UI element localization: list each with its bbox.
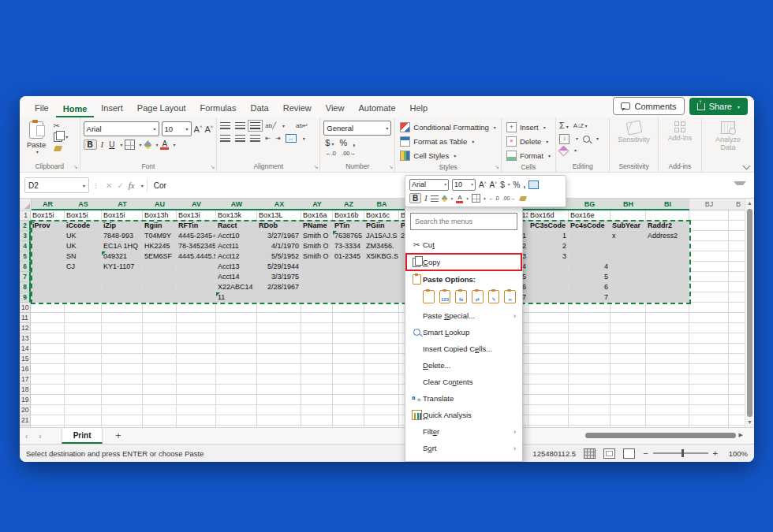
cell-BG5[interactable] xyxy=(569,251,611,262)
cell-BJ5[interactable] xyxy=(689,251,729,262)
cut-button[interactable] xyxy=(53,121,68,130)
cell-BH16[interactable] xyxy=(611,364,646,374)
cell-AU12[interactable] xyxy=(143,323,177,333)
menu-search-box[interactable] xyxy=(410,213,517,230)
clipboard-dialog-launcher[interactable]: ↘ xyxy=(73,164,78,170)
cell-AS18[interactable] xyxy=(65,385,102,395)
zoom-slider[interactable] xyxy=(653,452,708,454)
cell-AR4[interactable] xyxy=(31,241,65,251)
cell-AU7[interactable] xyxy=(143,272,177,282)
vertical-scrollbar[interactable]: ▲ ▼ xyxy=(745,199,754,427)
cell-BI16[interactable] xyxy=(646,364,689,374)
cell-AU20[interactable] xyxy=(143,405,177,415)
cell-BI15[interactable] xyxy=(646,354,689,364)
cell-BI8[interactable] xyxy=(646,282,689,292)
cell-AX4[interactable]: 4/1/1970 xyxy=(257,241,301,251)
cell-BA9[interactable] xyxy=(364,292,399,303)
cell-BH6[interactable] xyxy=(611,262,646,272)
cell-AR20[interactable] xyxy=(31,405,65,415)
row-header-5[interactable]: 5 xyxy=(20,251,31,262)
cell-AT13[interactable] xyxy=(102,333,143,344)
cell-BH3[interactable]: x xyxy=(611,231,646,241)
cell-BI14[interactable] xyxy=(646,344,689,354)
mini-accounting-button[interactable]: $ xyxy=(500,180,505,189)
row-header-16[interactable]: 16 xyxy=(20,364,31,374)
cell-BJ14[interactable] xyxy=(689,344,729,354)
cell-AT20[interactable] xyxy=(102,405,143,415)
cell-AT14[interactable] xyxy=(102,344,143,354)
cell-AS10[interactable] xyxy=(65,303,102,313)
cell-BI2[interactable]: Raddr2 xyxy=(646,221,689,231)
row-header-1[interactable]: 1 xyxy=(20,210,31,221)
new-sheet-button[interactable]: + xyxy=(103,430,133,441)
cell-BH14[interactable] xyxy=(611,344,646,354)
cell-AW2[interactable]: Racct xyxy=(216,221,257,231)
cell-AX6[interactable]: 5/29/1944 xyxy=(257,262,301,272)
cell-BF8[interactable] xyxy=(528,282,569,292)
cell-BJ4[interactable] xyxy=(689,241,729,251)
column-header-AU[interactable]: AU xyxy=(143,199,177,210)
scroll-right-icon[interactable]: ▶ xyxy=(739,432,743,438)
mini-bold-button[interactable]: B xyxy=(409,193,421,203)
cell-AR10[interactable] xyxy=(31,303,65,313)
cell-BF20[interactable] xyxy=(528,405,569,415)
menu-search-input[interactable] xyxy=(411,218,517,225)
cell-AU8[interactable] xyxy=(143,282,177,292)
cell-AU2[interactable]: Rgiin xyxy=(143,221,177,231)
menu-item-delete[interactable]: Delete... xyxy=(405,357,522,374)
cell-BJ15[interactable] xyxy=(689,354,729,364)
ribbon-tab-view[interactable]: View xyxy=(319,99,352,117)
cell-BA2[interactable]: PGiin xyxy=(364,221,399,231)
cell-BA20[interactable] xyxy=(364,405,399,415)
cell-BG12[interactable] xyxy=(569,323,611,333)
zoom-slider-thumb[interactable] xyxy=(682,449,685,457)
cell-AU14[interactable] xyxy=(143,344,177,354)
underline-button[interactable]: U xyxy=(107,140,116,149)
mini-font-size-select[interactable]: 10▾ xyxy=(452,179,476,191)
cell-AU16[interactable] xyxy=(143,364,177,374)
cell-AX7[interactable]: 3/3/1975 xyxy=(257,272,301,282)
cell-AR11[interactable] xyxy=(31,313,65,323)
cell-AR5[interactable] xyxy=(31,251,65,262)
cell-AZ2[interactable]: PTin xyxy=(333,221,364,231)
cell-AV19[interactable] xyxy=(177,395,216,405)
cell-BA14[interactable] xyxy=(364,344,399,354)
cell-BG15[interactable] xyxy=(569,354,611,364)
insert-cells-button[interactable]: + Insert▾ xyxy=(505,120,547,134)
cell-BJ19[interactable] xyxy=(689,395,729,405)
select-all-corner[interactable] xyxy=(20,199,32,210)
cell-AR6[interactable] xyxy=(31,262,65,272)
cell-BH5[interactable] xyxy=(611,251,646,262)
cell-AS12[interactable] xyxy=(65,323,102,333)
cell-BA15[interactable] xyxy=(364,354,399,364)
row-header-10[interactable]: 10 xyxy=(20,303,31,313)
cell-AS13[interactable] xyxy=(65,333,102,344)
menu-item-quick-analysis[interactable]: Quick Analysis xyxy=(405,407,522,423)
cancel-icon[interactable]: ✕ xyxy=(106,181,112,190)
format-cells-button[interactable]: Format▾ xyxy=(505,148,552,162)
clear-button[interactable] xyxy=(558,145,569,156)
mini-increase-decimal-button[interactable]: ←.0 xyxy=(489,195,499,201)
cell-AR12[interactable] xyxy=(31,323,65,333)
cell-BA21[interactable] xyxy=(364,415,399,426)
cell-AX3[interactable]: 3/27/1967 xyxy=(257,231,301,241)
cell-AS21[interactable] xyxy=(65,415,102,426)
enter-icon[interactable]: ✓ xyxy=(117,181,123,190)
cell-BH12[interactable] xyxy=(611,323,646,333)
cell-AW12[interactable] xyxy=(216,323,257,333)
cell-AX8[interactable]: 2/28/1967 xyxy=(257,282,301,292)
cell-AV6[interactable] xyxy=(177,262,216,272)
cell-BI18[interactable] xyxy=(646,385,689,395)
cell-AY13[interactable] xyxy=(301,333,333,344)
cell-BJ12[interactable] xyxy=(689,323,729,333)
cell-AT6[interactable]: KY1-1107 xyxy=(102,262,143,272)
menu-item-cut[interactable]: ✂Cut xyxy=(405,236,522,253)
font-dialog-launcher[interactable]: ↘ xyxy=(210,164,215,170)
number-dialog-launcher[interactable]: ↘ xyxy=(388,164,393,170)
cell-BJ1[interactable] xyxy=(689,210,729,221)
mini-format-painter-button[interactable] xyxy=(519,196,527,201)
cell-BH4[interactable] xyxy=(611,241,646,251)
cell-AV11[interactable] xyxy=(177,313,216,323)
cell-AX1[interactable]: Box13L xyxy=(257,210,301,221)
cell-AU5[interactable]: 5EM6SF xyxy=(143,251,177,262)
